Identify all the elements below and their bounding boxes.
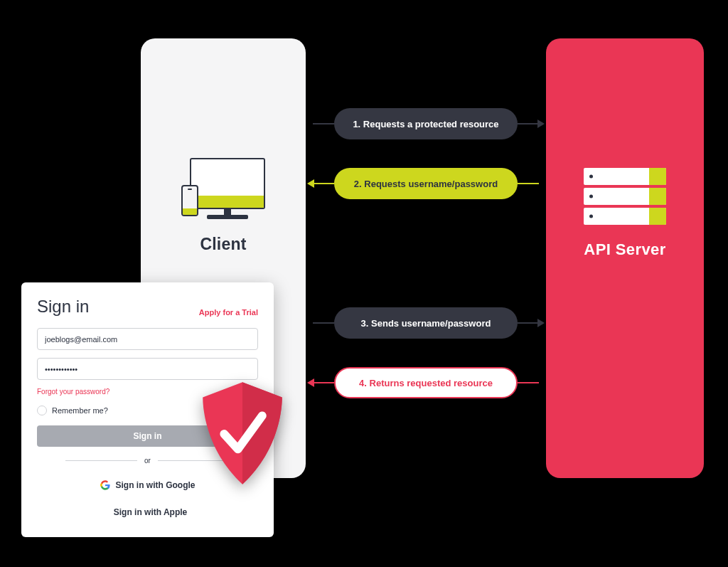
signin-apple-button[interactable]: Sign in with Apple <box>37 502 258 523</box>
password-field[interactable] <box>37 358 258 380</box>
flow-step-4: 4. Returns requested resource <box>313 367 539 398</box>
flow-step-1: 1. Requests a protected resource <box>313 108 539 139</box>
api-server-card: API Server <box>546 38 704 478</box>
flow-step-2: 2. Requests username/password <box>313 168 539 199</box>
apply-for-trial-link[interactable]: Apply for a Trial <box>199 308 258 317</box>
signin-button-label: Sign in <box>134 431 162 441</box>
signin-title: Sign in <box>37 297 89 317</box>
signin-google-label: Sign in with Google <box>116 480 196 490</box>
flow-step-1-label: 1. Requests a protected resource <box>334 108 518 139</box>
flow-step-2-label: 2. Requests username/password <box>334 168 518 199</box>
api-server-label: API Server <box>584 240 665 259</box>
signin-apple-label: Sign in with Apple <box>114 507 188 517</box>
remember-me-label: Remember me? <box>52 406 108 415</box>
or-label: or <box>144 457 151 465</box>
email-field[interactable] <box>37 328 258 350</box>
flow-step-3-label: 3. Sends username/password <box>334 307 518 339</box>
flow-step-4-label: 4. Returns requested resource <box>334 367 518 398</box>
client-label: Client <box>200 235 246 254</box>
flow-step-3: 3. Sends username/password <box>313 307 539 339</box>
google-icon <box>100 480 110 490</box>
remember-me-checkbox[interactable] <box>37 406 47 415</box>
server-rack-icon <box>584 168 666 225</box>
shield-checkmark-icon <box>196 381 289 487</box>
client-device-icon <box>181 158 265 221</box>
